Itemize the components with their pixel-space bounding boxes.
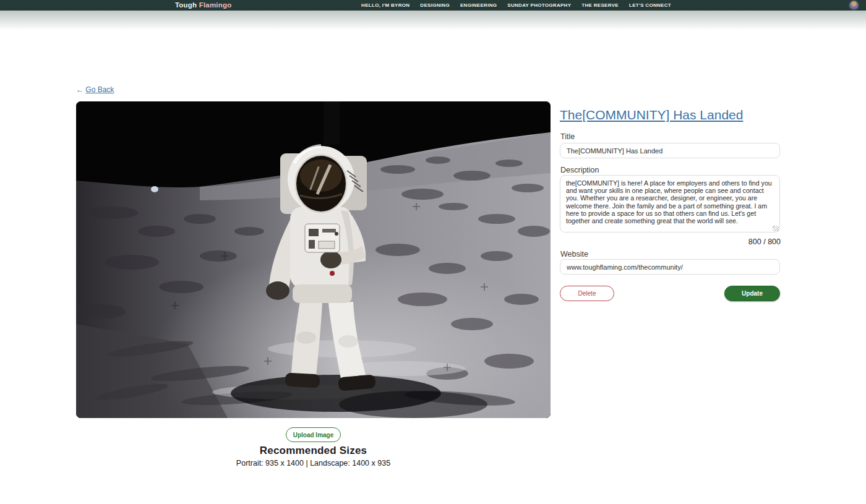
nav-item-lets-connect[interactable]: LET'S CONNECT [629, 2, 671, 8]
brand-logo[interactable]: Tough Flamingo [175, 0, 231, 11]
nav-item-hello[interactable]: HELLO, I'M BYRON [361, 2, 409, 8]
update-button[interactable]: Update [724, 286, 780, 301]
back-arrow-icon: ← [76, 85, 84, 94]
nav-item-sunday-photography[interactable]: SUNDAY PHOTOGRAPHY [507, 2, 571, 8]
go-back-link[interactable]: ← Go Back [76, 85, 114, 94]
upload-image-button[interactable]: Upload Image [286, 427, 341, 442]
go-back-label: Go Back [85, 85, 114, 94]
page: Tough Flamingo HELLO, I'M BYRON DESIGNIN… [0, 0, 866, 504]
title-label: Title [560, 132, 575, 141]
lens-flare-dot [151, 186, 158, 192]
top-nav-bar: Tough Flamingo HELLO, I'M BYRON DESIGNIN… [0, 0, 866, 11]
website-label: Website [560, 250, 588, 258]
brand-primary: Tough [175, 1, 199, 9]
form-actions: Delete Update [560, 286, 780, 301]
astronaut-on-moon-image [76, 101, 551, 418]
description-textarea[interactable]: the[COMMUNITY] is here! A place for empl… [560, 175, 780, 233]
nav-item-the-reserve[interactable]: THE RESERVE [581, 2, 619, 8]
title-input[interactable] [560, 143, 780, 158]
website-input[interactable] [560, 259, 780, 275]
edit-form: The[COMMUNITY] Has Landed Title Descript… [560, 0, 781, 504]
textarea-resize-handle[interactable] [773, 226, 778, 231]
nav-item-designing[interactable]: DESIGNING [420, 2, 450, 8]
community-title-link[interactable]: The[COMMUNITY] Has Landed [560, 108, 743, 122]
user-avatar[interactable] [849, 1, 859, 10]
brand-secondary: Flamingo [199, 1, 232, 9]
delete-button[interactable]: Delete [560, 286, 614, 301]
char-counter: 800 / 800 [748, 237, 781, 246]
primary-nav: HELLO, I'M BYRON DESIGNING ENGINEERING S… [361, 0, 671, 11]
recommended-sizes-title: Recommended Sizes [76, 445, 551, 457]
moon-scene [76, 101, 551, 418]
description-label: Description [560, 166, 599, 174]
recommended-sizes-text: Portrait: 935 x 1400 | Landscape: 1400 x… [76, 459, 551, 468]
nav-item-engineering[interactable]: ENGINEERING [460, 2, 497, 8]
